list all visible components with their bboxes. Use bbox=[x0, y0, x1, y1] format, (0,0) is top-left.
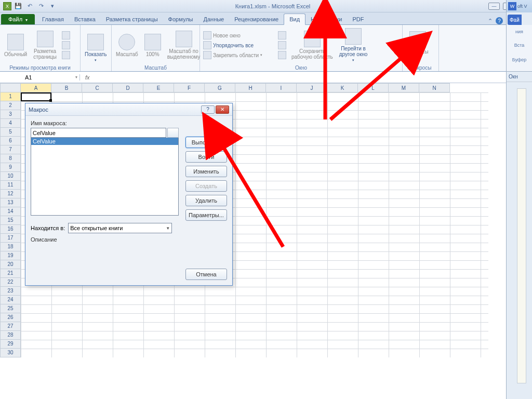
col-header[interactable]: F bbox=[174, 83, 205, 92]
dialog-titlebar[interactable]: Макрос ? ✕ bbox=[25, 103, 232, 116]
help-icon[interactable]: ? bbox=[496, 17, 503, 24]
row-header[interactable]: 7 bbox=[0, 145, 21, 154]
col-header[interactable]: K bbox=[327, 83, 358, 92]
col-header[interactable]: L bbox=[358, 83, 389, 92]
col-header[interactable]: C bbox=[82, 83, 113, 92]
row-header[interactable]: 4 bbox=[0, 119, 21, 128]
switch-windows-button[interactable]: Перейти в другое окно▾ bbox=[337, 27, 370, 63]
zoom-button[interactable]: Масштаб bbox=[114, 33, 140, 58]
tab-addins[interactable]: Надстройки bbox=[305, 14, 347, 24]
col-header[interactable]: G bbox=[205, 83, 235, 92]
row-header[interactable]: 17 bbox=[0, 234, 21, 243]
macro-name-input[interactable] bbox=[31, 128, 166, 138]
row-header[interactable]: 8 bbox=[0, 154, 21, 163]
redo-icon[interactable]: ↷ bbox=[36, 2, 46, 11]
row-header[interactable]: 29 bbox=[0, 340, 21, 349]
row-header[interactable]: 15 bbox=[0, 216, 21, 225]
excel-titlebar: X 💾 ↶ ↷ ▾ Книга1.xlsm - Microsoft Excel … bbox=[0, 0, 532, 12]
undo-icon[interactable]: ↶ bbox=[25, 2, 34, 11]
row-header[interactable]: 6 bbox=[0, 137, 21, 145]
word-file-tab[interactable]: Фай bbox=[508, 15, 522, 25]
location-select[interactable]: Все открытые книги▼ bbox=[68, 223, 172, 233]
col-header[interactable]: B bbox=[51, 83, 82, 92]
row-header[interactable]: 3 bbox=[0, 110, 21, 119]
row-header[interactable]: 20 bbox=[0, 260, 21, 269]
qat-customize-icon[interactable]: ▾ bbox=[48, 2, 57, 11]
select-all-corner[interactable] bbox=[0, 83, 21, 92]
row-header[interactable]: 10 bbox=[0, 172, 21, 181]
show-button[interactable]: Показать▾ bbox=[83, 33, 109, 63]
row-header[interactable]: 2 bbox=[0, 101, 21, 110]
row-header[interactable]: 24 bbox=[0, 296, 21, 304]
cancel-button[interactable]: Отмена bbox=[185, 269, 227, 280]
tab-file[interactable]: Файл bbox=[1, 14, 35, 24]
row-header[interactable]: 27 bbox=[0, 322, 21, 331]
word-paste-button[interactable]: Вста bbox=[509, 43, 530, 48]
tab-page-layout[interactable]: Разметка страницы bbox=[101, 14, 163, 24]
dialog-help-button[interactable]: ? bbox=[201, 105, 215, 114]
row-header[interactable]: 14 bbox=[0, 207, 21, 216]
row-header[interactable]: 5 bbox=[0, 128, 21, 137]
macro-list[interactable]: CelValue bbox=[31, 138, 179, 216]
save-workspace-button[interactable]: Сохранить рабочую область bbox=[289, 30, 335, 61]
col-header[interactable]: D bbox=[113, 83, 143, 92]
row-header[interactable]: 9 bbox=[0, 163, 21, 172]
row-header[interactable]: 28 bbox=[0, 331, 21, 340]
col-header[interactable]: H bbox=[235, 83, 266, 92]
col-header[interactable]: E bbox=[143, 83, 174, 92]
row-header[interactable]: 23 bbox=[0, 287, 21, 296]
reference-button[interactable] bbox=[167, 128, 179, 138]
zoom-selection-button[interactable]: Масштаб по выделенному bbox=[165, 30, 203, 61]
row-header[interactable]: 21 bbox=[0, 269, 21, 278]
row-header[interactable]: 16 bbox=[0, 225, 21, 234]
ribbon-tabs: Файл Главная Вставка Разметка страницы Ф… bbox=[0, 12, 532, 25]
active-cell[interactable] bbox=[21, 92, 51, 101]
row-header[interactable]: 11 bbox=[0, 181, 21, 190]
row-header[interactable]: 26 bbox=[0, 313, 21, 322]
arrange-all-button[interactable]: Упорядочить все bbox=[202, 41, 275, 50]
group-macros-label: Макросы bbox=[405, 64, 436, 71]
step-into-button[interactable]: Войти bbox=[185, 151, 227, 163]
row-header[interactable]: 25 bbox=[0, 304, 21, 313]
col-header[interactable]: J bbox=[297, 83, 327, 92]
delete-button[interactable]: Удалить bbox=[185, 195, 227, 206]
edit-button[interactable]: Изменить bbox=[185, 166, 227, 177]
new-window-button[interactable]: Новое окно bbox=[202, 31, 275, 40]
ribbon-minimize-icon[interactable]: ⌃ bbox=[488, 18, 493, 24]
row-header[interactable]: 18 bbox=[0, 243, 21, 251]
macros-button[interactable]: Макросы▾ bbox=[405, 30, 431, 61]
row-header[interactable]: 19 bbox=[0, 251, 21, 260]
row-header[interactable]: 1 bbox=[0, 92, 21, 101]
row-headers: 1234567891011121314151617181920212223242… bbox=[0, 92, 21, 357]
column-headers: A B C D E F G H I J K L M N bbox=[0, 83, 532, 92]
macro-list-item[interactable]: CelValue bbox=[31, 138, 178, 145]
minimize-button[interactable]: — bbox=[488, 3, 500, 10]
normal-view-button[interactable]: Обычный bbox=[2, 33, 29, 58]
row-header[interactable]: 13 bbox=[0, 198, 21, 207]
col-header[interactable]: A bbox=[21, 83, 51, 92]
row-header[interactable]: 12 bbox=[0, 190, 21, 198]
page-layout-button[interactable]: Разметка страницы bbox=[31, 30, 59, 61]
tab-review[interactable]: Рецензирование bbox=[229, 14, 284, 24]
col-header[interactable]: M bbox=[389, 83, 419, 92]
name-box[interactable]: A1▾ bbox=[23, 74, 80, 81]
run-button[interactable]: Выполнить bbox=[185, 137, 227, 148]
freeze-panes-button[interactable]: Закрепить области▾ bbox=[202, 50, 275, 60]
tab-formulas[interactable]: Формулы bbox=[163, 14, 198, 24]
tab-pdf[interactable]: PDF bbox=[347, 14, 369, 24]
location-label: Находится в: bbox=[31, 225, 65, 231]
zoom-100-button[interactable]: 100% bbox=[142, 33, 163, 58]
options-button[interactable]: Параметры... bbox=[185, 209, 227, 221]
col-header[interactable]: I bbox=[266, 83, 297, 92]
tab-data[interactable]: Данные bbox=[198, 14, 229, 24]
tab-view[interactable]: Вид bbox=[284, 14, 305, 25]
tab-home[interactable]: Главная bbox=[37, 14, 69, 24]
row-header[interactable]: 30 bbox=[0, 349, 21, 357]
tab-insert[interactable]: Вставка bbox=[69, 14, 101, 24]
formula-bar: A1▾ fx bbox=[0, 72, 532, 83]
save-icon[interactable]: 💾 bbox=[14, 2, 23, 11]
dialog-close-button[interactable]: ✕ bbox=[216, 105, 229, 114]
row-header[interactable]: 22 bbox=[0, 278, 21, 287]
col-header[interactable]: N bbox=[419, 83, 450, 92]
fx-icon[interactable]: fx bbox=[80, 74, 95, 81]
